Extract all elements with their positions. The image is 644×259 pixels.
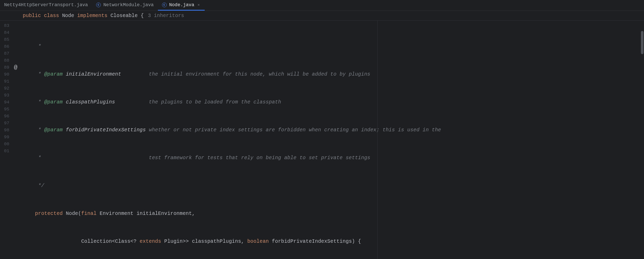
tab-node[interactable]: C Node.java ✕ bbox=[158, 0, 205, 11]
gutter: 83848586878889909192939495969798990001 bbox=[0, 21, 12, 259]
tab-networkmodule[interactable]: C NetworkModule.java bbox=[92, 0, 158, 11]
code-line: */ bbox=[23, 182, 644, 189]
line-number: 98 bbox=[0, 127, 9, 134]
line-number: 00 bbox=[0, 141, 9, 148]
inheritors-hint[interactable]: 3 inheritors bbox=[148, 13, 184, 19]
line-number: 91 bbox=[0, 78, 9, 85]
brace: { bbox=[141, 13, 144, 19]
code-line: * test framework for tests that rely on … bbox=[23, 155, 644, 161]
code-area[interactable]: * * @param initialEnvironment the initia… bbox=[23, 21, 644, 259]
line-number: 92 bbox=[0, 85, 9, 92]
line-number: 97 bbox=[0, 120, 9, 127]
line-number: 93 bbox=[0, 92, 9, 99]
line-number: 88 bbox=[0, 57, 9, 64]
scrollbar-thumb[interactable] bbox=[641, 31, 643, 54]
line-number: 96 bbox=[0, 113, 9, 120]
breadcrumb: public class Node implements Closeable {… bbox=[0, 11, 644, 21]
tab-label: NetworkModule.java bbox=[103, 2, 154, 7]
code-line: * bbox=[23, 43, 644, 50]
code-line: protected Node(final Environment initial… bbox=[23, 210, 644, 217]
kw-public: public bbox=[23, 13, 41, 19]
close-icon[interactable]: ✕ bbox=[197, 3, 201, 7]
line-number: 87 bbox=[0, 50, 9, 57]
override-gutter-icon[interactable]: @ bbox=[14, 64, 17, 71]
kw-class: class bbox=[44, 13, 59, 19]
tab-label: Node.java bbox=[169, 2, 194, 7]
class-icon: C bbox=[162, 3, 167, 7]
line-number: 89 bbox=[0, 64, 9, 71]
iface-name: Closeable bbox=[110, 13, 137, 19]
line-number: 94 bbox=[0, 99, 9, 106]
tab-netty[interactable]: Netty4HttpServerTransport.java bbox=[0, 0, 92, 11]
line-number: 84 bbox=[0, 29, 9, 36]
code-line: * @param classpathPlugins the plugins to… bbox=[23, 99, 644, 106]
line-number: 90 bbox=[0, 71, 9, 78]
code-line: Collection<Class<? extends Plugin>> clas… bbox=[23, 238, 644, 245]
line-number: 86 bbox=[0, 43, 9, 50]
kw-implements: implements bbox=[77, 13, 108, 19]
scrollbar-track[interactable] bbox=[640, 21, 644, 259]
tab-bar: Netty4HttpServerTransport.java C Network… bbox=[0, 0, 644, 11]
editor[interactable]: 83848586878889909192939495969798990001 @… bbox=[0, 21, 644, 259]
gutter-icons: @ bbox=[12, 21, 23, 259]
line-number: 95 bbox=[0, 106, 9, 113]
tab-label: Netty4HttpServerTransport.java bbox=[4, 2, 88, 7]
class-name: Node bbox=[62, 13, 74, 19]
line-number: 83 bbox=[0, 22, 9, 29]
code-line: * @param forbidPrivateIndexSettings whet… bbox=[23, 127, 644, 134]
class-icon: C bbox=[96, 3, 101, 7]
line-number: 99 bbox=[0, 134, 9, 141]
line-number: 85 bbox=[0, 36, 9, 43]
line-number: 01 bbox=[0, 148, 9, 155]
code-line: * @param initialEnvironment the initial … bbox=[23, 71, 644, 78]
